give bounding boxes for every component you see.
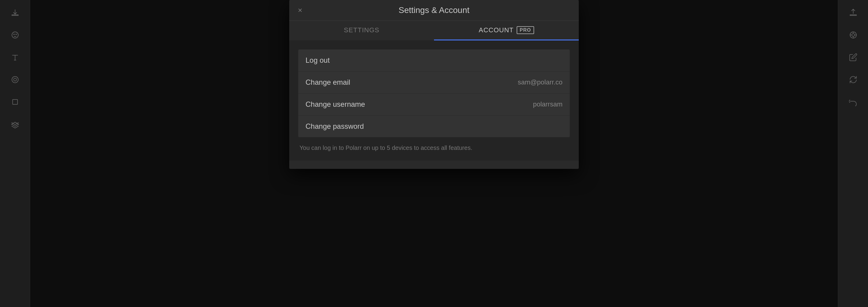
mask-icon[interactable] [8, 73, 22, 86]
email-value: sam@polarr.co [518, 79, 562, 86]
undo-icon[interactable] [846, 95, 860, 109]
modal-title: Settings & Account [398, 5, 469, 15]
account-list: Log out Change email sam@polarr.co Chang… [298, 50, 570, 137]
upload-icon[interactable] [846, 6, 860, 19]
username-value: polarrsam [533, 100, 562, 108]
settings-tab-label: SETTINGS [344, 26, 379, 34]
account-tab-label: ACCOUNT [478, 26, 514, 34]
change-username-item[interactable]: Change username polarrsam [298, 93, 570, 116]
modal-overlay: Settings & Account SETTINGS ACCOUNT PRO … [30, 0, 838, 307]
modal-header: Settings & Account [289, 0, 579, 21]
settings-modal: Settings & Account SETTINGS ACCOUNT PRO … [289, 0, 579, 169]
svg-point-2 [16, 34, 16, 35]
svg-point-7 [852, 33, 855, 36]
change-email-label: Change email [306, 78, 350, 87]
svg-point-1 [13, 34, 14, 35]
svg-rect-5 [12, 99, 17, 104]
log-out-label: Log out [306, 56, 330, 65]
modal-body: Log out Change email sam@polarr.co Chang… [289, 40, 579, 160]
change-email-item[interactable]: Change email sam@polarr.co [298, 71, 570, 93]
tab-account[interactable]: ACCOUNT PRO [434, 21, 579, 40]
close-button[interactable] [295, 5, 305, 15]
account-info-text: You can log in to Polarr on up to 5 devi… [298, 145, 570, 151]
change-password-item[interactable]: Change password [298, 116, 570, 137]
face-icon[interactable] [8, 28, 22, 41]
target-icon[interactable] [846, 28, 860, 41]
tab-settings[interactable]: SETTINGS [289, 21, 434, 40]
download-icon[interactable] [8, 6, 22, 19]
text-icon[interactable] [8, 51, 22, 64]
log-out-item[interactable]: Log out [298, 50, 570, 71]
svg-point-0 [12, 32, 18, 38]
right-sidebar [838, 0, 868, 307]
tabs-container: SETTINGS ACCOUNT PRO [289, 21, 579, 40]
change-password-label: Change password [306, 122, 364, 130]
change-username-label: Change username [306, 100, 365, 109]
layers-icon[interactable] [8, 118, 22, 131]
svg-point-4 [13, 78, 16, 81]
edit-icon[interactable] [846, 51, 860, 64]
rotate-icon[interactable] [846, 73, 860, 86]
pro-badge: PRO [517, 26, 534, 34]
crop-icon[interactable] [8, 95, 22, 109]
svg-point-3 [12, 76, 18, 83]
left-sidebar [0, 0, 30, 307]
